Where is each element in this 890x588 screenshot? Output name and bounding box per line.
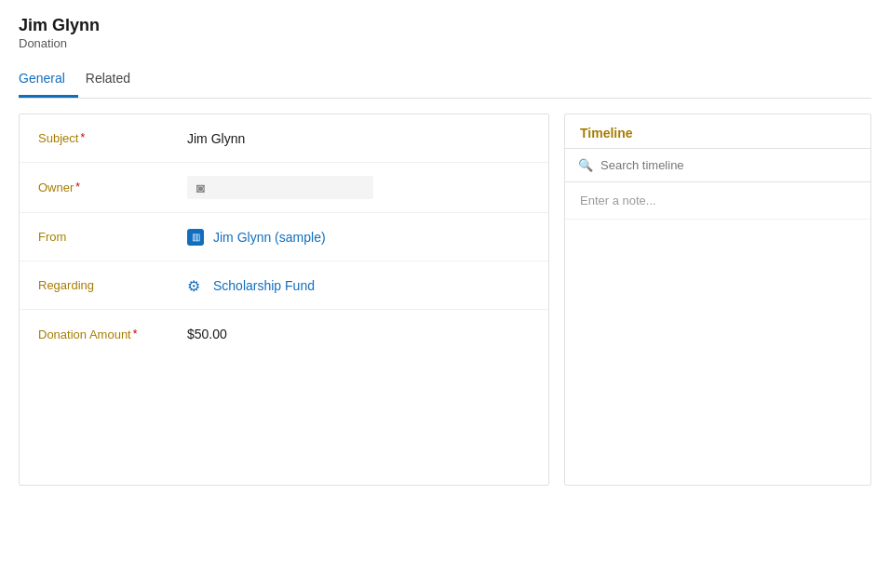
search-timeline-input[interactable] [600, 158, 857, 172]
required-asterisk-donation: * [133, 327, 138, 341]
form-card: Subject * Jim Glynn Owner * ◙ From ▥ Jim… [19, 114, 549, 486]
tab-related[interactable]: Related [86, 63, 143, 98]
value-regarding[interactable]: ⚙ Scholarship Fund [187, 277, 530, 294]
field-row-regarding: Regarding ⚙ Scholarship Fund [20, 261, 548, 310]
required-asterisk-owner: * [75, 180, 80, 194]
label-donation-amount: Donation Amount * [38, 327, 187, 341]
label-regarding: Regarding [38, 278, 187, 292]
timeline-panel: Timeline 🔍 Enter a note... [564, 114, 871, 486]
person-icon: ◙ [196, 180, 205, 195]
label-owner: Owner * [38, 180, 187, 194]
field-row-donation-amount: Donation Amount * $50.00 [20, 310, 548, 358]
owner-input[interactable]: ◙ [187, 176, 373, 199]
page-title: Jim Glynn [19, 15, 871, 36]
label-subject: Subject * [38, 131, 187, 145]
search-icon: 🔍 [578, 158, 593, 172]
tabs-bar: General Related [19, 63, 871, 99]
contact-icon: ▥ [187, 229, 204, 246]
timeline-note-placeholder[interactable]: Enter a note... [565, 182, 870, 220]
main-layout: Subject * Jim Glynn Owner * ◙ From ▥ Jim… [19, 114, 871, 486]
field-row-from: From ▥ Jim Glynn (sample) [20, 213, 548, 261]
required-asterisk-subject: * [80, 131, 85, 144]
tab-general[interactable]: General [19, 63, 78, 98]
label-from: From [38, 230, 187, 244]
fund-icon: ⚙ [187, 277, 204, 294]
value-donation-amount[interactable]: $50.00 [187, 327, 530, 341]
field-row-owner: Owner * ◙ [20, 163, 548, 213]
timeline-header: Timeline [565, 114, 870, 149]
value-subject[interactable]: Jim Glynn [187, 131, 530, 146]
field-row-subject: Subject * Jim Glynn [20, 114, 548, 163]
timeline-search-bar[interactable]: 🔍 [565, 149, 870, 182]
page-subtitle: Donation [19, 36, 871, 50]
value-from[interactable]: ▥ Jim Glynn (sample) [187, 229, 530, 246]
